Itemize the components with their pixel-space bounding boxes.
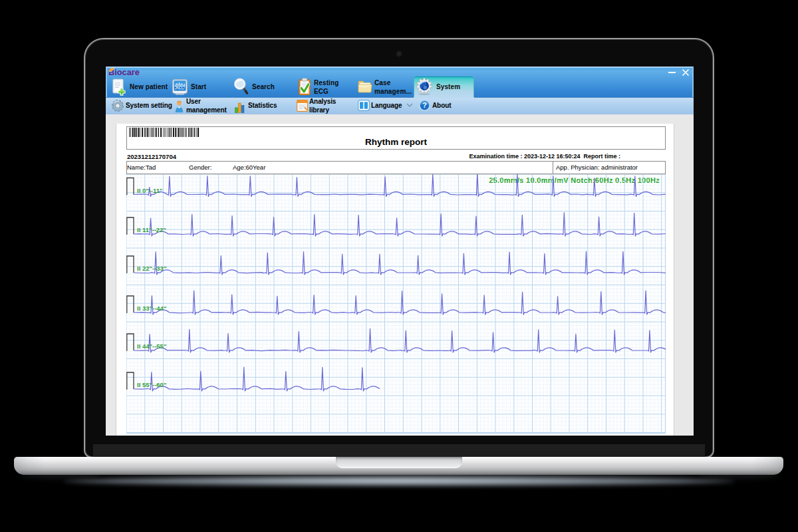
svg-text:?: ? [422, 101, 426, 109]
